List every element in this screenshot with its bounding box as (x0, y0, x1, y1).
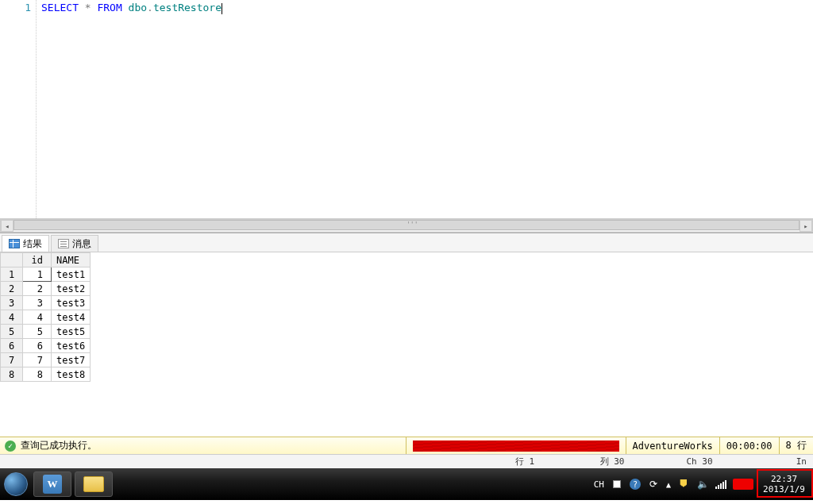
col-id[interactable]: id (23, 253, 52, 267)
tray-shield-icon[interactable]: ⛊ (677, 478, 690, 491)
cell-name[interactable]: test6 (52, 339, 91, 353)
results-grid[interactable]: id NAME 11test122test233test344test455te… (0, 252, 813, 382)
table-row[interactable]: 66test6 (1, 339, 91, 353)
scroll-marker: ''' (406, 221, 418, 229)
pos-ch: Ch 30 (656, 456, 743, 467)
tray-clock[interactable]: 22:37 2013/1/9 (760, 474, 808, 494)
row-number[interactable]: 2 (1, 282, 23, 296)
windows-orb-icon (4, 472, 28, 496)
text-cursor (222, 3, 222, 14)
row-number[interactable]: 8 (1, 367, 23, 382)
scroll-right-button[interactable]: ▸ (800, 220, 812, 232)
schema-name: dbo (129, 2, 147, 13)
keyword-from: FROM (97, 2, 121, 13)
keyword-select: SELECT (41, 2, 79, 13)
horizontal-scrollbar[interactable]: ◂ ''' ▸ (0, 219, 813, 233)
cell-name[interactable]: test2 (52, 282, 91, 296)
taskbar-explorer[interactable] (75, 471, 113, 497)
success-icon: ✓ (5, 441, 16, 452)
tab-results[interactable]: 结果 (2, 235, 49, 252)
pos-col: 列 30 (568, 456, 656, 467)
tab-results-label: 结果 (23, 237, 42, 251)
dot: . (147, 2, 153, 13)
tab-messages[interactable]: 消息 (51, 235, 98, 252)
results-tabs: 结果 消息 (0, 233, 813, 252)
status-server (406, 437, 626, 454)
cell-name[interactable]: test4 (52, 310, 91, 325)
results-panel: 结果 消息 id NAME 11test122test233test344tes… (0, 233, 813, 437)
scroll-left-button[interactable]: ◂ (1, 220, 13, 232)
table-row[interactable]: 44test4 (1, 310, 91, 325)
cell-name[interactable]: test3 (52, 296, 91, 310)
query-status-bar: ✓ 查询已成功执行。 AdventureWorks 00:00:00 8 行 (0, 437, 813, 454)
cell-id[interactable]: 3 (23, 296, 52, 310)
pos-ins: In (791, 456, 807, 467)
tray-language[interactable]: CH (594, 479, 604, 490)
col-name[interactable]: NAME (52, 253, 91, 267)
start-button[interactable] (0, 468, 32, 500)
position-bar: 行 1 列 30 Ch 30 In (0, 454, 813, 468)
cell-name[interactable]: test8 (52, 367, 91, 382)
taskbar-word[interactable]: W (33, 471, 71, 497)
row-number[interactable]: 3 (1, 296, 23, 310)
status-database: AdventureWorks (626, 437, 719, 454)
table-row[interactable]: 77test7 (1, 353, 91, 367)
status-rows: 8 行 (779, 437, 813, 454)
code-area[interactable]: SELECT * FROM dbo.testRestore (37, 0, 813, 218)
cell-id[interactable]: 7 (23, 353, 52, 367)
system-tray: CH ? ⟳ ▲ ⛊ 🔈 22:37 2013/1/9 (594, 468, 813, 500)
sql-editor[interactable]: 1 SELECT * FROM dbo.testRestore (0, 0, 813, 219)
grid-icon (9, 239, 20, 248)
cell-id[interactable]: 2 (23, 282, 52, 296)
table-row[interactable]: 88test8 (1, 367, 91, 382)
row-number[interactable]: 5 (1, 325, 23, 339)
tray-volume-icon[interactable]: 🔈 (696, 478, 709, 491)
status-elapsed: 00:00:00 (719, 437, 779, 454)
row-number[interactable]: 4 (1, 310, 23, 325)
table-row[interactable]: 33test3 (1, 296, 91, 310)
cell-id[interactable]: 1 (23, 267, 52, 282)
header-row: id NAME (1, 253, 91, 267)
tray-show-hidden-icon[interactable]: ▲ (666, 480, 671, 489)
row-number[interactable]: 7 (1, 353, 23, 367)
row-number[interactable]: 1 (1, 267, 23, 282)
redacted-server-info (413, 441, 619, 452)
windows-taskbar[interactable]: W CH ? ⟳ ▲ ⛊ 🔈 22:37 2013/1/9 (0, 468, 813, 500)
line-gutter: 1 (0, 0, 37, 218)
grid-body: 11test122test233test344test455test566tes… (1, 267, 91, 382)
table-row[interactable]: 22test2 (1, 282, 91, 296)
cell-id[interactable]: 6 (23, 339, 52, 353)
tray-keyboard-icon[interactable] (611, 478, 623, 491)
tray-redacted (733, 479, 753, 490)
pos-row: 行 1 (481, 456, 568, 467)
cell-name[interactable]: test7 (52, 353, 91, 367)
scroll-track[interactable]: ''' (13, 220, 800, 232)
status-message: 查询已成功执行。 (21, 439, 97, 452)
folder-icon (83, 476, 104, 492)
line-number: 1 (0, 2, 31, 14)
messages-icon (58, 239, 69, 248)
table-name: testRestore (153, 2, 222, 13)
cell-id[interactable]: 5 (23, 325, 52, 339)
operator-star: * (85, 2, 91, 13)
col-rownum[interactable] (1, 253, 23, 267)
tray-help-icon[interactable]: ? (630, 479, 641, 490)
cell-id[interactable]: 4 (23, 310, 52, 325)
table-row[interactable]: 11test1 (1, 267, 91, 282)
tray-sync-icon[interactable]: ⟳ (647, 478, 660, 491)
cell-name[interactable]: test5 (52, 325, 91, 339)
cell-name[interactable]: test1 (52, 267, 91, 282)
tray-network-icon[interactable] (715, 479, 726, 489)
row-number[interactable]: 6 (1, 339, 23, 353)
highlight-box (757, 469, 813, 498)
word-icon: W (43, 475, 62, 494)
table-row[interactable]: 55test5 (1, 325, 91, 339)
cell-id[interactable]: 8 (23, 367, 52, 382)
tab-messages-label: 消息 (72, 237, 91, 251)
